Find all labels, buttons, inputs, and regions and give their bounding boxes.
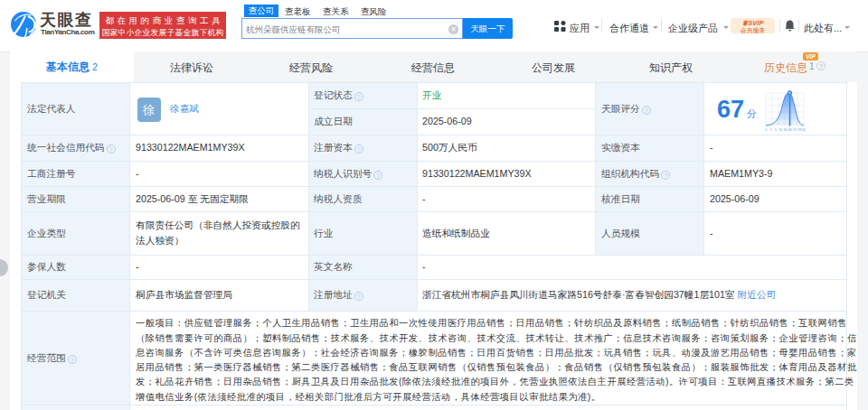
svg-text:0: 0 [766, 128, 768, 132]
svg-text:1: 1 [770, 128, 772, 132]
svg-text:85: 85 [788, 128, 792, 132]
svg-text:15: 15 [778, 128, 782, 132]
svg-text:5: 5 [775, 128, 777, 132]
svg-text:50: 50 [784, 128, 788, 132]
svg-text:100: 100 [802, 128, 806, 132]
svg-text:97: 97 [793, 128, 797, 132]
